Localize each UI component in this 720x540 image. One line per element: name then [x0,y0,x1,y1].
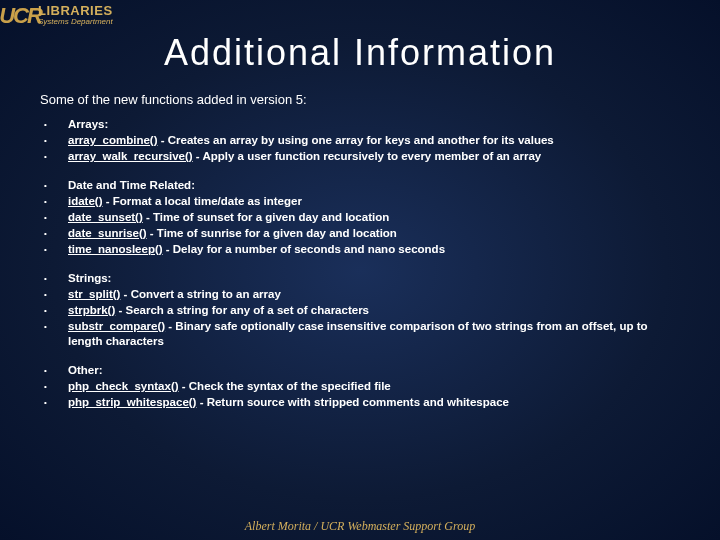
list-item: •date_sunset() - Time of sunset for a gi… [40,210,680,225]
function-name: idate() [68,195,103,207]
intro-text: Some of the new functions added in versi… [40,92,720,107]
bullet-icon: • [40,287,68,302]
bullet-icon: • [40,271,68,286]
bullet-icon: • [40,194,68,209]
list-group: •Strings:•str_split() - Convert a string… [40,271,680,349]
function-name: date_sunrise() [68,227,147,239]
function-desc: - Creates an array by using one array fo… [157,134,553,146]
bullet-icon: • [40,242,68,257]
item-text: str_split() - Convert a string to an arr… [68,287,281,302]
bullet-icon: • [40,133,68,148]
bullet-icon: • [40,117,68,132]
function-name: php_check_syntax() [68,380,179,392]
group-heading: Date and Time Related: [68,178,195,193]
org-logo: UCR LIBRARIES Systems Department [6,4,113,28]
function-desc: - Format a local time/date as integer [103,195,302,207]
list-item: •Date and Time Related: [40,178,680,193]
bullet-icon: • [40,363,68,378]
item-text: idate() - Format a local time/date as in… [68,194,302,209]
list-item: •strpbrk() - Search a string for any of … [40,303,680,318]
function-desc: - Delay for a number of seconds and nano… [163,243,445,255]
item-text: date_sunset() - Time of sunset for a giv… [68,210,389,225]
logo-systems: Systems Department [38,18,113,26]
list-item: •str_split() - Convert a string to an ar… [40,287,680,302]
bullet-icon: • [40,379,68,394]
item-text: php_strip_whitespace() - Return source w… [68,395,509,410]
list-item: •php_strip_whitespace() - Return source … [40,395,680,410]
list-group: •Other:•php_check_syntax() - Check the s… [40,363,680,410]
function-name: str_split() [68,288,120,300]
function-name: array_combine() [68,134,157,146]
list-item: •Arrays: [40,117,680,132]
function-name: php_strip_whitespace() [68,396,196,408]
item-text: php_check_syntax() - Check the syntax of… [68,379,391,394]
footer-credit: Albert Morita / UCR Webmaster Support Gr… [0,519,720,534]
logo-mark: UCR [6,4,34,28]
item-text: array_walk_recursive() - Apply a user fu… [68,149,541,164]
bullet-icon: • [40,210,68,225]
function-desc: - Time of sunset for a given day and loc… [143,211,389,223]
group-heading: Other: [68,363,103,378]
function-name: date_sunset() [68,211,143,223]
function-desc: - Convert a string to an array [120,288,280,300]
item-text: substr_compare() - Binary safe optionall… [68,319,680,349]
list-item: •substr_compare() - Binary safe optional… [40,319,680,349]
list-item: •Other: [40,363,680,378]
function-desc: - Apply a user function recursively to e… [193,150,542,162]
list-item: •idate() - Format a local time/date as i… [40,194,680,209]
function-desc: - Check the syntax of the specified file [179,380,391,392]
list-item: •array_walk_recursive() - Apply a user f… [40,149,680,164]
item-text: strpbrk() - Search a string for any of a… [68,303,369,318]
bullet-icon: • [40,395,68,410]
list-item: •time_nanosleep() - Delay for a number o… [40,242,680,257]
list-item: •date_sunrise() - Time of sunrise for a … [40,226,680,241]
list-item: •Strings: [40,271,680,286]
list-group: •Date and Time Related:•idate() - Format… [40,178,680,257]
function-name: time_nanosleep() [68,243,163,255]
content-area: •Arrays:•array_combine() - Creates an ar… [40,117,680,410]
function-desc: - Search a string for any of a set of ch… [115,304,369,316]
bullet-icon: • [40,226,68,241]
bullet-icon: • [40,149,68,164]
list-group: •Arrays:•array_combine() - Creates an ar… [40,117,680,164]
function-desc: - Time of sunrise for a given day and lo… [147,227,397,239]
bullet-icon: • [40,319,68,334]
item-text: date_sunrise() - Time of sunrise for a g… [68,226,397,241]
list-item: •php_check_syntax() - Check the syntax o… [40,379,680,394]
group-heading: Arrays: [68,117,108,132]
item-text: array_combine() - Creates an array by us… [68,133,554,148]
bullet-icon: • [40,303,68,318]
page-title: Additional Information [0,32,720,74]
function-name: strpbrk() [68,304,115,316]
logo-libraries: LIBRARIES [38,4,113,17]
group-heading: Strings: [68,271,111,286]
function-name: substr_compare() [68,320,165,332]
bullet-icon: • [40,178,68,193]
item-text: time_nanosleep() - Delay for a number of… [68,242,445,257]
list-item: •array_combine() - Creates an array by u… [40,133,680,148]
function-desc: - Return source with stripped comments a… [196,396,508,408]
function-name: array_walk_recursive() [68,150,193,162]
